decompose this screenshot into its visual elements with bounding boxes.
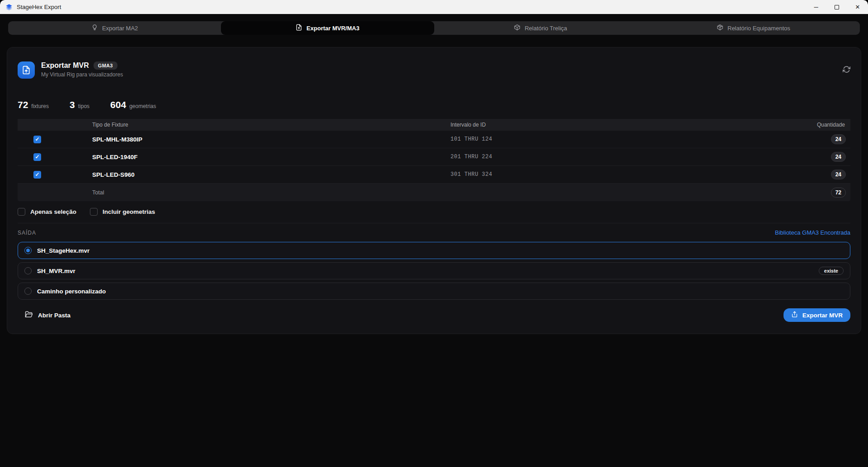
window-controls: ─ ✕	[806, 0, 868, 14]
col-header-qty: Quantidade	[783, 122, 850, 128]
panel-footer: Abrir Pasta Exportar MVR	[18, 308, 850, 322]
export-mvr-panel: Exportar MVR GMA3 My Virtual Rig para vi…	[7, 47, 861, 334]
radio-selected-icon[interactable]	[24, 247, 32, 254]
quantity-badge: 24	[831, 170, 846, 179]
output-choice-stagehex[interactable]: SH_StageHex.mvr	[18, 242, 850, 259]
section-divider	[18, 223, 850, 223]
fixture-id-range: 201 THRU 224	[450, 154, 783, 160]
window-title: StageHex Export	[17, 4, 61, 10]
stat-label: fixtures	[31, 103, 49, 109]
option-label: Apenas seleção	[30, 208, 76, 215]
apenas-selecao-checkbox[interactable]	[18, 208, 25, 216]
exists-badge: existe	[819, 267, 844, 275]
cube-icon	[514, 24, 521, 32]
row-checkbox[interactable]: ✓	[33, 171, 41, 179]
tab-exportar-mvr-ma3[interactable]: Exportar MVR/MA3	[221, 21, 434, 35]
tab-exportar-ma2[interactable]: Exportar MA2	[8, 21, 221, 35]
gma3-badge: GMA3	[94, 61, 117, 70]
option-label: Incluir geometrias	[103, 208, 155, 215]
titlebar: StageHex Export ─ ✕	[0, 0, 868, 14]
tab-label: Relatório Treliça	[525, 25, 567, 32]
fixture-id-range: 101 THRU 124	[450, 136, 783, 142]
fixture-name: SPL-MHL-M380IP	[92, 136, 450, 143]
stats-row: 72 fixtures 3 tipos 604 geometrias	[18, 99, 850, 110]
quantity-badge: 24	[831, 152, 846, 162]
file-export-icon	[18, 61, 35, 79]
package-icon	[717, 24, 723, 32]
panel-header: Exportar MVR GMA3 My Virtual Rig para vi…	[18, 61, 850, 79]
stat-label: geometrias	[129, 103, 156, 109]
fixture-id-range: 301 THRU 324	[450, 171, 783, 178]
row-checkbox[interactable]: ✓	[33, 136, 41, 143]
stat-value: 3	[70, 99, 75, 110]
table-row: ✓ SPL-MHL-M380IP 101 THRU 124 24	[18, 131, 850, 148]
choice-label: SH_StageHex.mvr	[37, 247, 89, 254]
lightbulb-icon	[91, 24, 98, 32]
stat-fixtures: 72 fixtures	[18, 99, 49, 110]
refresh-icon	[843, 66, 850, 75]
tab-bar: Exportar MA2 Exportar MVR/MA3 Relatório …	[0, 14, 868, 35]
stat-tipos: 3 tipos	[70, 99, 89, 110]
fixture-name: SPL-LED-1940F	[92, 154, 450, 160]
app-logo-icon	[5, 4, 13, 11]
total-quantity-badge: 72	[831, 188, 846, 198]
panel-subtitle: My Virtual Rig para visualizadores	[41, 71, 123, 78]
minimize-button[interactable]: ─	[806, 0, 826, 14]
fixture-name: SPL-LED-S960	[92, 171, 450, 178]
output-section-header: SAÍDA Biblioteca GMA3 Encontrada	[18, 229, 850, 236]
open-folder-button[interactable]: Abrir Pasta	[18, 311, 70, 320]
tab-label: Relatório Equipamentos	[727, 25, 790, 32]
tab-relatorio-equipamentos[interactable]: Relatório Equipamentos	[647, 21, 860, 35]
fixture-table: Tipo de Fixture Intervalo de ID Quantida…	[18, 119, 850, 201]
output-section-label: SAÍDA	[18, 230, 36, 236]
table-row: ✓ SPL-LED-1940F 201 THRU 224 24	[18, 148, 850, 166]
folder-open-icon	[25, 311, 33, 320]
tab-label: Exportar MVR/MA3	[306, 25, 359, 32]
stat-geometrias: 604 geometrias	[110, 99, 156, 110]
table-header: Tipo de Fixture Intervalo de ID Quantida…	[18, 119, 850, 131]
output-choice-caminho-personalizado[interactable]: Caminho personalizado	[18, 283, 850, 300]
output-choice-mvr[interactable]: SH_MVR.mvr existe	[18, 262, 850, 279]
maximize-button[interactable]	[826, 0, 847, 14]
col-header-range: Intervalo de ID	[450, 122, 783, 128]
file-arrow-icon	[296, 24, 302, 32]
option-apenas-selecao[interactable]: Apenas seleção	[18, 208, 76, 216]
option-incluir-geometrias[interactable]: Incluir geometrias	[90, 208, 155, 216]
tab-relatorio-trelica[interactable]: Relatório Treliça	[434, 21, 647, 35]
close-button[interactable]: ✕	[847, 0, 868, 14]
choice-label: SH_MVR.mvr	[37, 268, 75, 274]
total-label: Total	[92, 189, 450, 196]
incluir-geometrias-checkbox[interactable]	[90, 208, 98, 216]
quantity-badge: 24	[831, 134, 846, 144]
export-options: Apenas seleção Incluir geometrias	[18, 208, 850, 216]
refresh-button[interactable]	[843, 66, 850, 75]
export-button-label: Exportar MVR	[802, 312, 843, 319]
table-total-row: Total 72	[18, 184, 850, 201]
row-checkbox[interactable]: ✓	[33, 153, 41, 161]
stat-value: 72	[18, 99, 28, 110]
open-folder-label: Abrir Pasta	[38, 312, 70, 319]
choice-label: Caminho personalizado	[37, 288, 106, 295]
panel-title: Exportar MVR	[41, 61, 89, 70]
stat-label: tipos	[78, 103, 89, 109]
stat-value: 604	[110, 99, 126, 110]
export-mvr-button[interactable]: Exportar MVR	[784, 308, 850, 322]
radio-icon[interactable]	[24, 288, 32, 295]
radio-icon[interactable]	[24, 267, 32, 274]
app-window: StageHex Export ─ ✕ Exportar MA2 Exporta…	[0, 0, 868, 467]
share-upload-icon	[791, 311, 798, 319]
library-status-link[interactable]: Biblioteca GMA3 Encontrada	[775, 229, 850, 236]
table-row: ✓ SPL-LED-S960 301 THRU 324 24	[18, 166, 850, 184]
col-header-type: Tipo de Fixture	[92, 122, 450, 128]
tab-label: Exportar MA2	[102, 25, 138, 32]
